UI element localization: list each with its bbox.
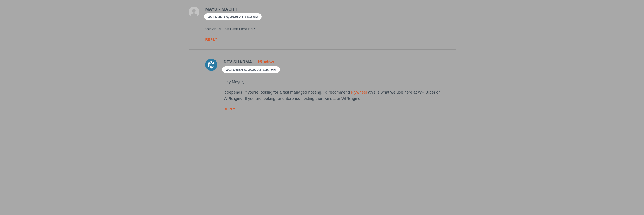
svg-marker-3 [210, 63, 213, 67]
avatar [205, 59, 217, 111]
comment-paragraph: Which Is The Best Hosting? [206, 26, 456, 33]
comment-timestamp[interactable]: OCTOBER 6, 2020 AT 5:12 AM [204, 14, 262, 20]
svg-point-1 [192, 9, 196, 13]
edit-icon [258, 60, 262, 63]
avatar [188, 7, 199, 42]
comment-reply: DEV SHARMA Editor OCTOBER 9, 2020 AT 1:0… [188, 59, 456, 111]
author-name: DEV SHARMA [224, 60, 252, 65]
comment-divider [188, 50, 456, 50]
inline-link[interactable]: Flywheel [351, 90, 367, 95]
reply-button[interactable]: REPLY [206, 37, 217, 42]
editor-label: Editor [264, 59, 274, 64]
author-row: DEV SHARMA Editor [224, 59, 456, 65]
reply-button[interactable]: REPLY [224, 107, 236, 111]
comment-text: Which Is The Best Hosting? [206, 26, 456, 33]
comment-body: MAYUR MACHHI OCTOBER 6, 2020 AT 5:12 AM … [206, 7, 456, 42]
comment-greeting: Hey Mayur, [224, 79, 456, 85]
comment-paragraph: It depends, if you're looking for a fast… [224, 89, 456, 102]
body-text-pre: It depends, if you're looking for a fast… [224, 90, 351, 95]
author-name: MAYUR MACHHI [206, 7, 239, 12]
comment-text: Hey Mayur, It depends, if you're looking… [224, 79, 456, 102]
author-row: MAYUR MACHHI [206, 7, 456, 12]
comment-thread: MAYUR MACHHI OCTOBER 6, 2020 AT 5:12 AM … [188, 7, 456, 111]
comment: MAYUR MACHHI OCTOBER 6, 2020 AT 5:12 AM … [188, 7, 456, 42]
editor-badge: Editor [258, 59, 274, 64]
avatar-logo-icon [205, 59, 217, 71]
avatar-placeholder-icon [188, 7, 199, 18]
comment-timestamp[interactable]: OCTOBER 9, 2020 AT 1:07 AM [222, 66, 280, 73]
comment-body: DEV SHARMA Editor OCTOBER 9, 2020 AT 1:0… [224, 59, 456, 111]
